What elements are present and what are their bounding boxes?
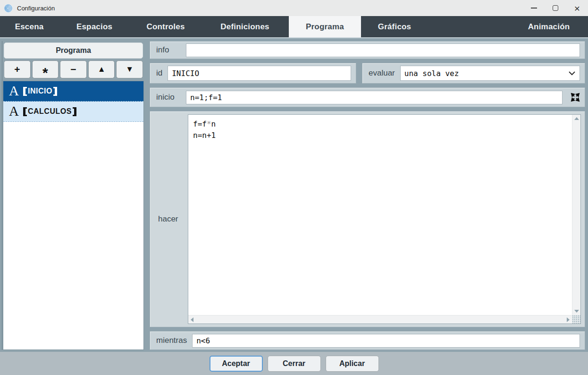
scroll-right-icon[interactable]: [567, 317, 570, 322]
apply-button[interactable]: Aplicar: [326, 356, 379, 372]
expand-arrows-icon: [570, 92, 580, 102]
footer-bar: Aceptar Cerrar Aplicar: [0, 352, 588, 375]
hacer-editor[interactable]: f=f*nn=n+1: [188, 114, 581, 324]
expand-editor-button[interactable]: [568, 90, 583, 105]
chevron-down-icon: [568, 71, 576, 76]
lenticular-bracket-close-icon: [73, 107, 76, 116]
code-line: f=f*n: [193, 119, 567, 130]
tab-espacios[interactable]: Espacios: [59, 16, 130, 37]
info-row: info: [150, 41, 585, 59]
list-item-inicio[interactable]: A INICIO: [3, 81, 143, 102]
duplicate-button[interactable]: *: [32, 60, 59, 78]
tab-controles[interactable]: Controles: [130, 16, 201, 37]
tab-bar: Escena Espacios Controles Definiciones P…: [0, 16, 588, 37]
move-down-button[interactable]: ▼: [116, 60, 143, 78]
close-icon: ×: [574, 3, 580, 13]
inicio-row: inicio: [150, 87, 585, 107]
window-title: Configuración: [17, 5, 55, 12]
tab-animacion[interactable]: Animación: [510, 16, 588, 37]
tab-programa[interactable]: Programa: [289, 16, 361, 37]
close-button[interactable]: ×: [566, 0, 588, 16]
hacer-label: hacer: [150, 114, 188, 324]
code-line: n=n+1: [193, 130, 567, 141]
info-input[interactable]: [186, 43, 580, 57]
scroll-down-icon[interactable]: [574, 310, 579, 313]
move-up-button[interactable]: ▲: [88, 60, 115, 78]
list-item-label: INICIO: [28, 87, 52, 95]
list-toolbar: + * − ▲ ▼: [4, 60, 143, 78]
algorithm-type-glyph: A: [9, 84, 19, 98]
maximize-icon: [553, 5, 558, 11]
list-item-calculos[interactable]: A CALCULOS: [3, 102, 143, 122]
tab-graficos[interactable]: Gráficos: [361, 16, 428, 37]
triangle-down-icon: ▼: [126, 65, 134, 74]
add-button[interactable]: +: [4, 60, 31, 78]
titlebar: Configuración ×: [0, 0, 588, 16]
minimize-button[interactable]: [523, 0, 545, 16]
lenticular-bracket-close-icon: [53, 87, 57, 96]
evaluar-select[interactable]: una sola vez: [400, 66, 580, 81]
configuration-window: Configuración × Escena Espacios Controle…: [0, 0, 588, 375]
program-form: info id evaluar una sola vez: [150, 41, 585, 350]
program-list-panel: Programa + * − ▲ ▼ A INICIO A: [2, 41, 144, 350]
id-label: id: [156, 68, 162, 78]
id-row: id: [150, 63, 356, 84]
hacer-row: hacer f=f*nn=n+1: [150, 111, 585, 327]
plus-icon: +: [14, 64, 20, 75]
remove-button[interactable]: −: [60, 60, 87, 78]
lenticular-bracket-open-icon: [23, 87, 27, 96]
mientras-label: mientras: [156, 336, 187, 345]
algorithm-type-glyph: A: [9, 104, 19, 118]
scroll-left-icon[interactable]: [191, 317, 193, 322]
close-dialog-button[interactable]: Cerrar: [268, 356, 321, 372]
resize-grip-icon[interactable]: [572, 315, 580, 324]
minus-icon: −: [70, 64, 76, 75]
minimize-icon: [531, 8, 537, 9]
hacer-code[interactable]: f=f*nn=n+1: [188, 115, 572, 315]
info-label: info: [156, 45, 181, 55]
list-item-label: CALCULOS: [28, 107, 72, 116]
window-controls: ×: [523, 0, 588, 16]
id-input[interactable]: [168, 66, 351, 81]
panel-title: Programa: [4, 43, 143, 59]
inicio-input[interactable]: [186, 91, 563, 104]
vertical-scrollbar[interactable]: [572, 115, 580, 315]
evaluar-label: evaluar: [369, 68, 395, 78]
evaluar-selected-option: una sola vez: [404, 69, 459, 78]
maximize-button[interactable]: [545, 0, 566, 16]
evaluar-row: evaluar una sola vez: [362, 63, 585, 84]
inicio-label: inicio: [156, 93, 181, 102]
triangle-up-icon: ▲: [98, 65, 106, 74]
program-list: A INICIO A CALCULOS: [3, 81, 144, 350]
main-area: Programa + * − ▲ ▼ A INICIO A: [0, 37, 588, 352]
horizontal-scrollbar[interactable]: [188, 315, 572, 324]
descartes-logo-icon: [4, 4, 13, 13]
scroll-up-icon[interactable]: [574, 117, 579, 120]
accept-button[interactable]: Aceptar: [210, 356, 263, 372]
mientras-input[interactable]: [192, 334, 580, 348]
mientras-row: mientras: [150, 331, 585, 350]
lenticular-bracket-open-icon: [23, 107, 27, 116]
tab-escena[interactable]: Escena: [0, 16, 59, 37]
tab-definiciones[interactable]: Definiciones: [201, 16, 289, 37]
